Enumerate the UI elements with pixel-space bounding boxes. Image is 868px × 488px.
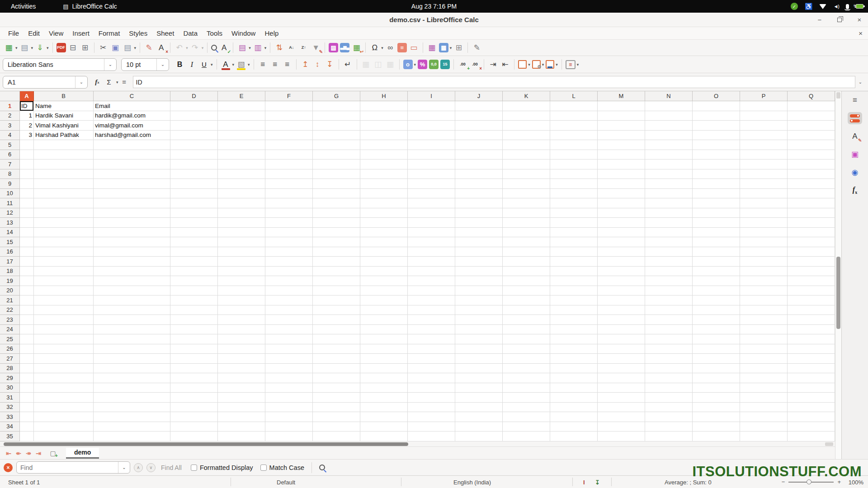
cell-P34[interactable]	[740, 422, 788, 432]
cell-B31[interactable]	[34, 393, 94, 403]
cell-H12[interactable]	[360, 208, 408, 218]
col-header-G[interactable]: G	[313, 91, 360, 101]
cell-P5[interactable]	[740, 140, 788, 150]
cell-K32[interactable]	[503, 403, 550, 413]
cell-M23[interactable]	[598, 315, 645, 325]
insert-mode-icon[interactable]: Ι	[583, 479, 585, 485]
cell-O34[interactable]	[693, 422, 740, 432]
pivot-table-button[interactable]: ▦↩	[350, 42, 363, 54]
horizontal-scrollbar[interactable]	[0, 441, 835, 447]
cell-A8[interactable]	[20, 169, 34, 179]
cell-Q8[interactable]	[788, 169, 835, 179]
expand-formula-bar-button[interactable]: ⌄	[855, 80, 865, 84]
cell-P24[interactable]	[740, 325, 788, 335]
cell-N15[interactable]	[645, 237, 693, 247]
cell-I12[interactable]	[408, 208, 455, 218]
cell-K8[interactable]	[503, 169, 550, 179]
cell-C15[interactable]	[94, 237, 170, 247]
cell-I10[interactable]	[408, 189, 455, 199]
cell-P28[interactable]	[740, 364, 788, 374]
cell-O22[interactable]	[693, 305, 740, 315]
cell-B15[interactable]	[34, 237, 94, 247]
clear-formatting-button[interactable]: A×	[155, 42, 167, 54]
menu-insert[interactable]: Insert	[68, 28, 94, 39]
conditional-formatting-button[interactable]: ≡▾	[565, 58, 580, 71]
cell-A26[interactable]	[20, 344, 34, 354]
insert-row-dropdown[interactable]: ▾	[249, 46, 251, 50]
cell-E23[interactable]	[218, 315, 265, 325]
cell-N31[interactable]	[645, 393, 693, 403]
cell-L4[interactable]	[550, 131, 598, 141]
cell-H3[interactable]	[360, 121, 408, 131]
cell-H8[interactable]	[360, 169, 408, 179]
cell-C20[interactable]	[94, 286, 170, 296]
cell-F8[interactable]	[265, 169, 313, 179]
cell-O21[interactable]	[693, 296, 740, 305]
col-header-Q[interactable]: Q	[788, 91, 835, 101]
cell-G26[interactable]	[313, 344, 360, 354]
row-header-33[interactable]: 33	[0, 412, 20, 422]
cell-O4[interactable]	[693, 131, 740, 141]
cell-A23[interactable]	[20, 315, 34, 325]
cell-L22[interactable]	[550, 305, 598, 315]
cell-D34[interactable]	[170, 422, 218, 432]
match-case-checkbox-icon[interactable]	[260, 465, 267, 471]
redo-dropdown[interactable]: ▾	[202, 46, 204, 50]
cell-Q32[interactable]	[788, 403, 835, 413]
cell-E35[interactable]	[218, 432, 265, 441]
col-header-N[interactable]: N	[645, 91, 693, 101]
special-character-dropdown[interactable]: ▾	[381, 46, 383, 50]
cell-F5[interactable]	[265, 140, 313, 150]
cell-A3[interactable]: 2	[20, 121, 34, 131]
cell-G19[interactable]	[313, 276, 360, 286]
cell-M27[interactable]	[598, 354, 645, 364]
find-and-replace-button[interactable]	[210, 42, 218, 54]
row-header-35[interactable]: 35	[0, 432, 20, 441]
cell-G32[interactable]	[313, 403, 360, 413]
cell-E26[interactable]	[218, 344, 265, 354]
col-header-J[interactable]: J	[455, 91, 503, 101]
cell-Q34[interactable]	[788, 422, 835, 432]
cell-A19[interactable]	[20, 276, 34, 286]
cell-E20[interactable]	[218, 286, 265, 296]
cell-Q33[interactable]	[788, 412, 835, 422]
cell-D29[interactable]	[170, 373, 218, 383]
cell-J2[interactable]	[455, 111, 503, 121]
cell-Q31[interactable]	[788, 393, 835, 403]
zoom-slider-knob[interactable]	[807, 479, 811, 484]
cell-E8[interactable]	[218, 169, 265, 179]
cell-A14[interactable]	[20, 228, 34, 238]
cell-G3[interactable]	[313, 121, 360, 131]
cell-M29[interactable]	[598, 373, 645, 383]
cell-G4[interactable]	[313, 131, 360, 141]
cell-C18[interactable]	[94, 267, 170, 277]
cell-H21[interactable]	[360, 296, 408, 305]
cell-L28[interactable]	[550, 364, 598, 374]
cell-C19[interactable]	[94, 276, 170, 286]
cell-L29[interactable]	[550, 373, 598, 383]
cell-J12[interactable]	[455, 208, 503, 218]
cell-P30[interactable]	[740, 383, 788, 393]
cell-A31[interactable]	[20, 393, 34, 403]
cell-F3[interactable]	[265, 121, 313, 131]
row-header-34[interactable]: 34	[0, 422, 20, 432]
close-find-bar-button[interactable]: ×	[4, 463, 13, 472]
cell-Q21[interactable]	[788, 296, 835, 305]
cell-I32[interactable]	[408, 403, 455, 413]
cell-N35[interactable]	[645, 432, 693, 441]
insert-image-button[interactable]: ▨	[328, 42, 339, 54]
find-next-button[interactable]: ∨	[146, 463, 156, 472]
cell-C7[interactable]	[94, 160, 170, 169]
cell-J21[interactable]	[455, 296, 503, 305]
cell-I11[interactable]	[408, 198, 455, 208]
cell-B25[interactable]	[34, 334, 94, 344]
cell-N32[interactable]	[645, 403, 693, 413]
cell-H25[interactable]	[360, 334, 408, 344]
center-vertically-button[interactable]: ↕	[311, 58, 324, 71]
cell-F23[interactable]	[265, 315, 313, 325]
cell-K26[interactable]	[503, 344, 550, 354]
cell-I29[interactable]	[408, 373, 455, 383]
cell-D22[interactable]	[170, 305, 218, 315]
cell-O32[interactable]	[693, 403, 740, 413]
menu-view[interactable]: View	[44, 28, 68, 39]
